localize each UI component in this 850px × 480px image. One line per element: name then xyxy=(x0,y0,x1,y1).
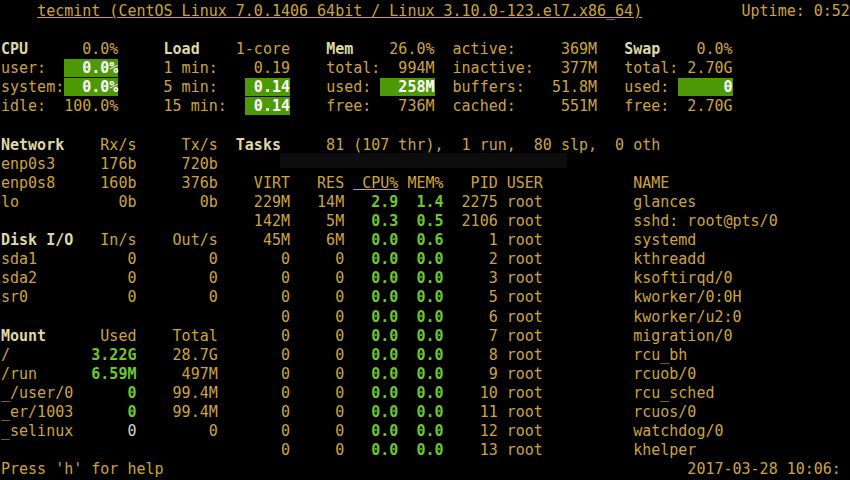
text-segment: 0.0% xyxy=(28,40,118,58)
row-mount-root-process-rcu-bh: / 3.22G 28.7G 0 0 0.0 0.0 8 root rcu_bh xyxy=(1,346,850,365)
text-segment: 0 xyxy=(136,422,217,440)
text-segment: Mount xyxy=(1,327,46,345)
blank-line xyxy=(1,117,850,136)
text-segment: Uptime: 0:52 xyxy=(742,2,850,20)
text-segment: _er/1003 xyxy=(1,403,127,421)
text-segment xyxy=(642,2,741,20)
text-segment: 0.0 xyxy=(344,384,398,402)
text-segment: 0.0 xyxy=(398,288,443,306)
text-segment: 15 min: xyxy=(164,97,245,115)
text-segment xyxy=(290,78,326,96)
text-segment: 229M 14M xyxy=(236,193,344,211)
text-segment: 6.59M xyxy=(91,365,136,383)
text-segment xyxy=(218,193,236,211)
text-segment: 0 0 xyxy=(236,422,344,440)
text-segment: 0 0 xyxy=(236,403,344,421)
text-segment xyxy=(290,59,326,77)
text-segment: 0.0% xyxy=(64,78,118,96)
text-segment: 3.22G xyxy=(91,346,136,364)
text-segment: Rx/s Tx/s xyxy=(64,136,218,154)
text-segment: 2017-03-28 10:06: xyxy=(687,460,841,478)
text-segment: 45M 6M xyxy=(236,231,344,249)
text-segment: 2 root kthreadd xyxy=(444,250,706,268)
text-segment xyxy=(218,365,236,383)
text-segment: Tasks xyxy=(236,136,281,154)
text-segment: 0.0 xyxy=(344,422,398,440)
text-segment: 0.0 xyxy=(344,346,398,364)
text-segment: total: 994M xyxy=(326,59,434,77)
row-idle-15min-free-cached: idle: 100.0% 15 min: 0.14 free: 736M cac… xyxy=(1,97,850,116)
text-segment: inactive: 377M total: 2.70G xyxy=(435,59,733,77)
text-segment: sr0 0 0 xyxy=(1,288,218,306)
text-segment: idle: 100.0% xyxy=(1,97,118,115)
row-sda2-process-ksoftirqd: sda2 0 0 0 0 0.0 0.0 3 root ksoftirqd/0 xyxy=(1,269,850,288)
text-segment xyxy=(218,174,236,192)
text-segment xyxy=(218,384,236,402)
text-segment: 0.0 xyxy=(398,403,443,421)
row-process-sshd: 142M 5M 0.3 0.5 2106 root sshd: root@pts… xyxy=(1,212,850,231)
row-process-kworker-u2: 0 0 0.0 0.0 6 root kworker/u2:0 xyxy=(1,308,850,327)
text-segment: lo 0b 0b xyxy=(1,193,218,211)
text-segment: 1.4 xyxy=(398,193,443,211)
text-segment: 0 0 xyxy=(236,327,344,345)
text-segment: 6 root kworker/u2:0 xyxy=(444,308,742,326)
text-segment: system: xyxy=(1,78,64,96)
text-segment xyxy=(218,136,236,154)
row-user-1min-total-inactive: user: 0.0% 1 min: 0.19 total: 994M inact… xyxy=(1,59,850,78)
text-segment: 0.0 xyxy=(344,308,398,326)
text-segment xyxy=(218,346,236,364)
text-segment xyxy=(164,460,688,478)
text-segment xyxy=(118,97,163,115)
text-segment: user: xyxy=(1,59,64,77)
text-segment: 26.0% xyxy=(353,40,434,58)
text-segment xyxy=(118,40,163,58)
text-segment: 9 root rcuob/0 xyxy=(444,365,697,383)
text-segment: 2275 root glances xyxy=(444,193,697,211)
text-segment: 1-core xyxy=(200,40,290,58)
text-segment: 0 0 xyxy=(236,441,344,459)
text-segment: tecmint (CentOS Linux 7.0.1406 64bit / L… xyxy=(37,2,642,20)
text-segment xyxy=(290,97,326,115)
row-cpu-load-mem-swap-headers: CPU 0.0% Load 1-core Mem 26.0% active: 3… xyxy=(1,40,850,59)
text-segment: 0 0 xyxy=(236,346,344,364)
text-segment: Used Total xyxy=(46,327,218,345)
text-segment: cached: 551M free: 2.70G xyxy=(435,97,733,115)
text-segment: 0.0 xyxy=(344,403,398,421)
text-segment: 0.0 xyxy=(398,422,443,440)
terminal-screen[interactable]: tecmint (CentOS Linux 7.0.1406 64bit / L… xyxy=(1,2,850,480)
text-segment: sda1 0 0 xyxy=(1,250,218,268)
text-segment: / xyxy=(1,346,91,364)
text-segment: MEM% PID USER NAME xyxy=(398,174,669,192)
text-segment: 0.0 xyxy=(344,441,398,459)
text-segment: 28.7G xyxy=(136,346,217,364)
text-segment: 0.5 xyxy=(398,212,443,230)
text-segment: VIRT RES xyxy=(236,174,353,192)
text-segment: 0 0 xyxy=(236,365,344,383)
text-segment: 0.0 xyxy=(398,384,443,402)
text-segment: 258M xyxy=(380,78,434,96)
text-segment: In/s Out/s xyxy=(73,231,218,249)
text-segment: 0.14 xyxy=(245,78,290,96)
text-segment: _selinux xyxy=(1,422,127,440)
text-segment: Mem xyxy=(326,40,353,58)
row-mount-er1003-process-rcuos: _er/1003 0 99.4M 0 0 0.0 0.0 11 root rcu… xyxy=(1,403,850,422)
text-segment xyxy=(1,2,37,20)
text-segment: active: 369M xyxy=(435,40,625,58)
text-segment: 0.0 xyxy=(398,327,443,345)
text-segment xyxy=(218,269,236,287)
text-segment: 0.3 xyxy=(344,212,398,230)
text-segment: 0.0 xyxy=(398,365,443,383)
row-mount-run-process-rcuob: /run 6.59M 497M 0 0 0.0 0.0 9 root rcuob… xyxy=(1,365,850,384)
text-segment: used: xyxy=(326,78,380,96)
text-segment: 0.0 xyxy=(398,269,443,287)
text-segment xyxy=(218,250,236,268)
text-segment: buffers: 51.8M used: xyxy=(435,78,679,96)
text-segment: 0.0 xyxy=(398,346,443,364)
text-segment xyxy=(218,327,236,345)
text-segment: 12 root watchdog/0 xyxy=(444,422,724,440)
row-enp0s3: enp0s3 176b 720b xyxy=(1,155,850,174)
text-segment: free: 736M xyxy=(326,97,434,115)
text-segment: 81 (107 thr), 1 run, 80 slp, 0 oth xyxy=(281,136,660,154)
row-mount-selinux-process-watchdog: _selinux 0 0 0 0 0.0 0.0 12 root watchdo… xyxy=(1,422,850,441)
text-segment: 3 root ksoftirqd/0 xyxy=(444,269,733,287)
